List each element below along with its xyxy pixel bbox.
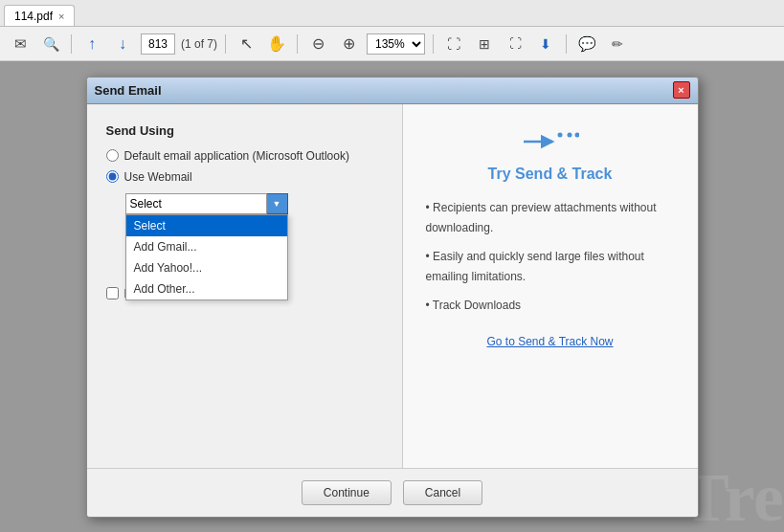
option2-radio[interactable] [106,170,119,183]
separator [71,34,72,54]
tab-label: 114.pdf [14,10,53,23]
tab-bar: 114.pdf × [0,0,784,27]
hand-tool-btn[interactable]: ✋ [264,32,289,56]
email-btn[interactable]: ✉ [8,32,33,56]
fit-width-icon: ⊞ [479,36,490,52]
option1-row: Default email application (Microsoft Out… [106,149,383,163]
option2-row: Use Webmail [106,170,383,184]
full-screen-btn[interactable]: ⛶ [503,32,527,56]
dropdown-item-gmail[interactable]: Add Gmail... [126,236,287,257]
search-btn[interactable]: 🔍 [38,32,63,56]
pdf-tab[interactable]: 114.pdf × [4,5,75,26]
comment-icon: 💬 [578,35,596,53]
feature2: • Easily and quickly send large files wi… [426,247,675,288]
svg-point-2 [567,132,571,137]
send-email-dialog: Send Email × Send Using Default email ap… [86,77,699,518]
dialog-close-btn[interactable]: × [673,81,690,99]
dropdown-item-yahoo[interactable]: Add Yahoo!... [126,257,287,278]
select-tool-btn[interactable]: ↖ [234,32,258,56]
next-btn[interactable]: ↓ [110,32,135,56]
go-to-send-track-link[interactable]: Go to Send & Track Now [486,335,613,348]
zoom-out-icon: ⊖ [312,34,325,53]
dialog-footer: Continue Cancel [87,468,698,517]
zoom-in-btn[interactable]: ⊕ [336,32,361,56]
prev-btn[interactable]: ↑ [79,32,104,56]
select-arrow-btn[interactable] [267,193,288,214]
zoom-out-btn[interactable]: ⊖ [305,32,330,56]
download-btn[interactable]: ⬇ [533,32,558,56]
tab-close-btn[interactable]: × [58,11,64,22]
fit-width-btn[interactable]: ⊞ [472,32,497,56]
option1-radio[interactable] [106,149,119,162]
option1-label: Default email application (Microsoft Out… [124,149,349,163]
dropdown-item-select[interactable]: Select [126,215,287,236]
hand-icon: ✋ [267,34,286,53]
send-track-title: Try Send & Track [488,166,613,183]
dialog-body: Send Using Default email application (Mi… [87,104,698,468]
remember-checkbox[interactable] [106,287,119,299]
separator3 [297,34,298,54]
continue-button[interactable]: Continue [302,480,392,505]
cursor-icon: ↖ [240,34,253,53]
download-icon: ⬇ [540,36,551,52]
dialog-title-bar: Send Email × [87,78,698,104]
zoom-select[interactable]: 135% 50% 75% 100% 125% 150% 200% [367,33,425,55]
separator2 [225,34,226,54]
feature1: • Recipients can preview attachments wit… [426,198,675,239]
fullscreen-icon: ⛶ [509,36,522,51]
zoom-in-icon: ⊕ [343,34,355,53]
option2-label: Use Webmail [124,170,192,184]
toolbar: ✉ 🔍 ↑ ↓ (1 of 7) ↖ ✋ ⊖ ⊕ 135% 50% 75% 10… [0,27,784,61]
send-using-label: Send Using [106,123,383,138]
main-area: Tre Send Email × Send Using Default emai… [0,61,784,532]
separator4 [433,34,434,54]
send-track-icon [522,127,579,156]
down-icon: ↓ [119,35,126,53]
up-icon: ↑ [88,35,96,53]
dropdown-menu: Select Add Gmail... Add Yahoo!... Add Ot… [125,214,288,300]
draw-btn[interactable]: ✏ [605,32,630,56]
select-value: Select [130,197,162,211]
left-panel: Send Using Default email application (Mi… [87,104,403,468]
svg-point-3 [574,132,579,137]
feature3: • Track Downloads [426,296,675,317]
comment-btn[interactable]: 💬 [574,32,599,56]
right-panel: Try Send & Track • Recipients can previe… [403,104,698,468]
separator5 [566,34,567,54]
page-number-input[interactable] [141,33,175,55]
fit-page-icon: ⛶ [447,36,460,52]
select-display[interactable]: Select [125,193,267,214]
select-row: Select Select Add Gmail... Add Yahoo!...… [125,193,383,214]
dialog-title: Send Email [95,83,162,98]
pen-icon: ✏ [612,36,623,52]
svg-point-1 [557,132,562,137]
cancel-button[interactable]: Cancel [403,480,482,505]
page-info: (1 of 7) [181,37,217,51]
fit-page-btn[interactable]: ⛶ [441,32,466,56]
search-icon: 🔍 [43,36,59,52]
dialog-overlay: Send Email × Send Using Default email ap… [0,61,784,532]
dropdown-item-other[interactable]: Add Other... [126,278,287,299]
email-icon: ✉ [14,35,27,53]
feature-list: • Recipients can preview attachments wit… [422,198,679,324]
